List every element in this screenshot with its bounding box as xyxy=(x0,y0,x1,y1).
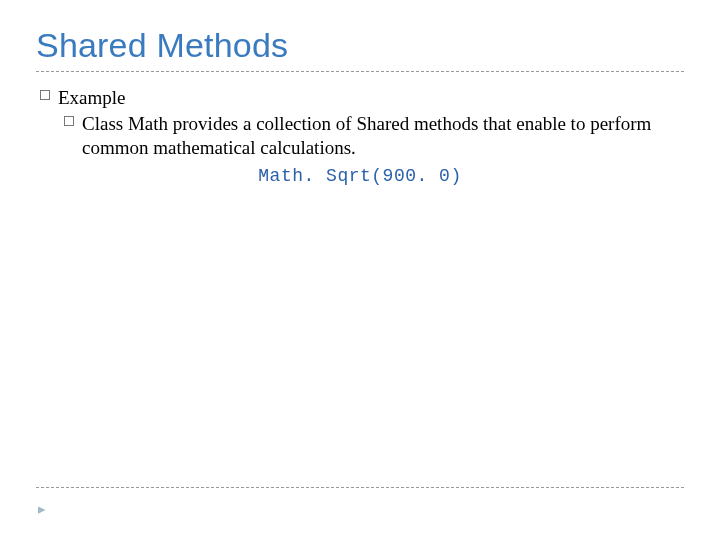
title-divider xyxy=(36,71,684,72)
slide: Shared Methods Example Class Math provid… xyxy=(0,0,720,540)
slide-title: Shared Methods xyxy=(36,26,684,65)
code-sample: Math. Sqrt(900. 0) xyxy=(36,165,684,188)
bullet-level-2-text: Class Math provides a collection of Shar… xyxy=(82,112,684,160)
square-bullet-icon xyxy=(40,90,50,100)
slide-body: Example Class Math provides a collection… xyxy=(36,86,684,188)
square-bullet-icon xyxy=(64,116,74,126)
footer-divider xyxy=(36,487,684,488)
bullet-level-1-text: Example xyxy=(58,86,684,110)
footer-marker-icon: ▸ xyxy=(38,500,46,518)
bullet-level-2: Class Math provides a collection of Shar… xyxy=(64,112,684,160)
bullet-level-1: Example xyxy=(40,86,684,110)
